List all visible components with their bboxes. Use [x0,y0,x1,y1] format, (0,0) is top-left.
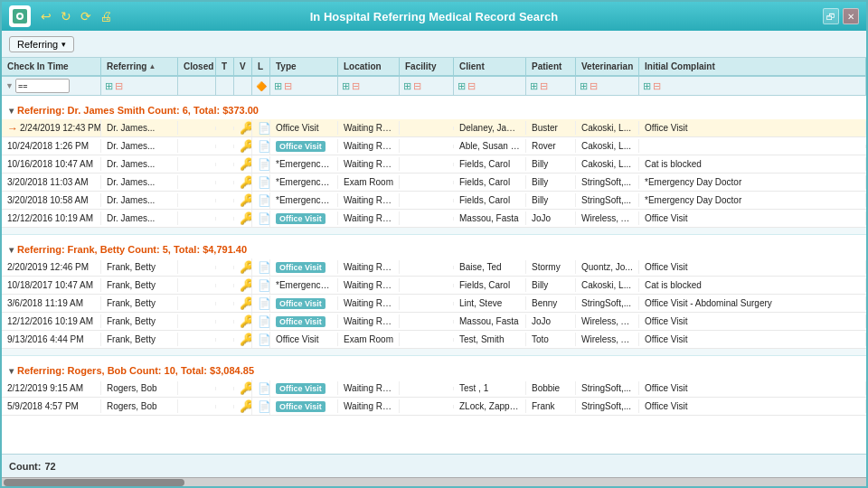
cell-location: Exam Room [338,333,400,346]
cell-referring: Frank, Betty [101,278,178,292]
action-key-icon[interactable]: 🔑 [240,399,252,413]
group-title-3: Referring: Rogers, Bob Count: 10, Total:… [17,365,254,376]
action-doc-icon[interactable]: 📄 [258,279,270,292]
action-key-icon[interactable]: 🔑 [240,193,252,207]
action-key-icon[interactable]: 🔑 [240,381,252,395]
action-doc-icon[interactable]: 📄 [258,194,270,207]
table-row[interactable]: 10/18/2017 10:47 AM Frank, Betty 🔑 📄 *Em… [2,277,866,295]
cell-l: 📄 [252,138,270,155]
group-header-3: ▾ Referring: Rogers, Bob Count: 10, Tota… [2,356,866,380]
referring-label: Referring [17,39,58,50]
cell-checkin: 3/20/2018 10:58 AM [2,193,101,207]
filter-row: ▼ ⊞ ⊟ 🔶 ⊞ ⊟ ⊞ ⊟ ⊞ ⊟ [2,77,866,96]
table-row[interactable]: 2/20/2019 12:46 PM Frank, Betty 🔑 📄 Offi… [2,258,866,277]
table-row[interactable]: 10/24/2018 1:26 PM Dr. James... 🔑 📄 Offi… [2,137,866,155]
filter-checkin-input[interactable] [15,79,70,93]
table-row[interactable]: 12/12/2016 10:19 AM Frank, Betty 🔑 📄 Off… [2,313,866,331]
undo-icon[interactable]: ↩ [38,8,54,24]
action-doc-icon[interactable]: 📄 [258,297,270,310]
table-row[interactable]: 9/13/2016 4:44 PM Frank, Betty 🔑 📄 Offic… [2,331,866,349]
filter-icon-referring2: ⊟ [115,80,123,92]
action-doc-icon[interactable]: 📄 [258,122,270,135]
cell-checkin: 2/12/2019 9:15 AM [2,381,101,395]
cell-closed [178,302,216,305]
main-content: Check In Time Referring ▲ Closed T V L T… [2,58,866,486]
close-button[interactable]: ✕ [843,8,859,24]
referring-dropdown-icon[interactable]: ▾ [61,40,66,49]
cell-v: 🔑 [234,155,252,173]
cell-complaint: Office Visit [639,260,866,274]
cell-v: 🔑 [234,192,252,209]
cell-type: Office Visit [270,260,338,274]
cell-referring: Dr. James... [101,211,178,225]
col-veterinarian: Veterinarian [576,58,639,75]
cell-referring: Frank, Betty [101,260,178,274]
action-key-icon[interactable]: 🔑 [240,278,252,292]
action-key-icon[interactable]: 🔑 [240,139,252,153]
action-key-icon[interactable]: 🔑 [240,211,252,225]
action-doc-icon[interactable]: 📄 [258,382,270,395]
action-key-icon[interactable]: 🔑 [240,333,252,346]
cell-closed [178,387,216,390]
cell-referring: Dr. James... [101,157,178,171]
group-title-2: Referring: Frank, Betty Count: 5, Total:… [17,244,247,255]
cell-v: 🔑 [234,295,252,312]
cell-t [216,163,234,166]
print-icon[interactable]: 🖨 [98,8,114,24]
cell-type: *Emergency... [270,193,338,207]
action-key-icon[interactable]: 🔑 [240,121,252,135]
cell-v: 🔑 [234,174,252,191]
filter-funnel-icon[interactable]: ▼ [5,81,14,90]
cell-client: Fields, Carol [454,157,526,171]
table-row[interactable]: 5/9/2018 4:57 PM Rogers, Bob 🔑 📄 Office … [2,398,866,416]
table-row[interactable]: → 2/24/2019 12:43 PM Dr. James... 🔑 📄 Of… [2,119,866,137]
col-facility: Facility [400,58,454,75]
cell-location: Waiting Ro... [338,296,400,310]
action-doc-icon[interactable]: 📄 [258,158,270,171]
action-doc-icon[interactable]: 📄 [258,140,270,153]
expand-icon[interactable]: 🗗 [823,8,839,24]
group-chevron-3[interactable]: ▾ [9,366,14,376]
action-doc-icon[interactable]: 📄 [258,212,270,225]
action-key-icon[interactable]: 🔑 [240,157,252,171]
group-header-1: ▾ Referring: Dr. James Smith Count: 6, T… [2,96,866,119]
cell-client: Massou, Fasta [454,314,526,328]
cell-location: Exam Room [338,175,400,189]
scrollbar-thumb[interactable] [4,479,184,486]
table-row[interactable]: 3/6/2018 11:19 AM Frank, Betty 🔑 📄 Offic… [2,295,866,313]
sync-icon[interactable]: ⟳ [78,8,94,24]
type-badge: Office Visit [276,262,326,273]
action-key-icon[interactable]: 🔑 [240,296,252,310]
window-controls: 🗗 ✕ [823,8,859,24]
action-doc-icon[interactable]: 📄 [258,176,270,189]
action-key-icon[interactable]: 🔑 [240,175,252,189]
cell-checkin: 10/18/2017 10:47 AM [2,278,101,292]
action-doc-icon[interactable]: 📄 [258,315,270,328]
table-row[interactable]: 12/12/2016 10:19 AM Dr. James... 🔑 📄 Off… [2,210,866,228]
table-row[interactable]: 3/20/2018 11:03 AM Dr. James... 🔑 📄 *Eme… [2,174,866,192]
action-doc-icon[interactable]: 📄 [258,261,270,274]
table-row[interactable]: 2/12/2019 9:15 AM Rogers, Bob 🔑 📄 Office… [2,380,866,398]
refresh-icon[interactable]: ↻ [58,8,74,24]
col-type: Type [270,58,338,75]
referring-button[interactable]: Referring ▾ [9,36,74,52]
cell-l: 📄 [252,277,270,294]
action-doc-icon[interactable]: 📄 [258,333,270,346]
action-doc-icon[interactable]: 📄 [258,400,270,413]
filter-pat-icon1: ⊞ [530,80,538,92]
action-key-icon[interactable]: 🔑 [240,260,252,274]
table-body: ▾ Referring: Dr. James Smith Count: 6, T… [2,96,866,454]
app-logo [9,5,31,27]
group-chevron-1[interactable]: ▾ [9,106,14,116]
action-key-icon[interactable]: 🔑 [240,314,252,328]
filter-vet-icon2: ⊟ [590,80,598,92]
group-chevron-2[interactable]: ▾ [9,245,14,255]
table-row[interactable]: 3/20/2018 10:58 AM Dr. James... 🔑 📄 *Eme… [2,192,866,210]
cell-patient: Buster [526,121,576,135]
cell-facility [400,199,454,202]
horizontal-scrollbar[interactable] [2,477,866,486]
table-row[interactable]: 10/16/2018 10:47 AM Dr. James... 🔑 📄 *Em… [2,155,866,174]
cell-type: Office Visit [270,296,338,310]
cell-complaint: *Emergency Day Doctor [639,175,866,189]
sort-referring-icon[interactable]: ▲ [148,62,156,70]
